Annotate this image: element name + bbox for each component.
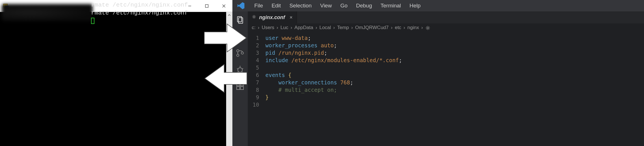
crumb[interactable]: c: xyxy=(252,25,255,31)
crumb[interactable]: etc xyxy=(395,25,401,31)
crumb[interactable]: Local xyxy=(319,25,331,31)
line-number: 10 xyxy=(248,101,259,108)
line-number: 2 xyxy=(248,42,259,49)
arrow-left-icon xyxy=(204,63,247,94)
tab-nginx-conf[interactable]: nginx.conf × xyxy=(248,11,297,23)
line-number: 1 xyxy=(248,34,259,42)
crumb[interactable]: Temp xyxy=(337,25,349,31)
chevron-right-icon: › xyxy=(350,25,355,31)
maximize-button[interactable] xyxy=(198,0,215,12)
line-number: 6 xyxy=(248,71,259,79)
line-number: 5 xyxy=(248,64,259,71)
tab-close-icon[interactable]: × xyxy=(288,15,293,21)
chevron-right-icon: › xyxy=(402,25,407,31)
gear-icon xyxy=(252,15,256,21)
editor-area: nginx.conf × c:› Users› Luc› AppData› Lo… xyxy=(248,11,644,146)
crumb[interactable]: nginx xyxy=(407,25,419,31)
svg-rect-6 xyxy=(238,17,242,22)
vscode-logo-icon xyxy=(237,2,245,10)
scroll-up-icon[interactable] xyxy=(226,12,232,18)
menubar: File Edit Selection View Go Debug Termin… xyxy=(232,0,644,11)
chevron-right-icon: › xyxy=(389,25,394,31)
line-number: 9 xyxy=(248,94,259,101)
code-editor[interactable]: 1 2 3 4 5 6 7 8 9 10 user www-data; work… xyxy=(248,32,644,146)
close-button[interactable] xyxy=(215,0,232,12)
terminal-body[interactable]: rmate /etc/nginx/nginx.conf rmate /etc/n… xyxy=(0,12,232,146)
terminal-cursor xyxy=(91,18,94,24)
line-number: 8 xyxy=(248,86,259,94)
svg-rect-3 xyxy=(205,5,208,7)
menu-help[interactable]: Help xyxy=(405,0,425,11)
tab-filename: nginx.conf xyxy=(259,15,285,21)
chevron-right-icon: › xyxy=(289,25,294,31)
menu-go[interactable]: Go xyxy=(336,0,352,11)
code-content[interactable]: user www-data; worker_processes auto; pi… xyxy=(263,32,644,146)
crumb[interactable]: Users xyxy=(262,25,274,31)
arrow-right-icon xyxy=(204,22,247,54)
svg-point-24 xyxy=(427,27,428,29)
tab-bar: nginx.conf × xyxy=(248,11,644,23)
menu-edit[interactable]: Edit xyxy=(267,0,285,11)
line-number: 3 xyxy=(248,49,259,56)
vscode-window: File Edit Selection View Go Debug Termin… xyxy=(232,0,644,146)
crumb[interactable]: OmJQRWCud7 xyxy=(355,25,389,31)
menu-terminal[interactable]: Terminal xyxy=(376,0,405,11)
line-number-gutter: 1 2 3 4 5 6 7 8 9 10 xyxy=(248,32,263,146)
chevron-right-icon: › xyxy=(314,25,319,31)
terminal-window: rmate /etc/nginx/nginx.conf rmate /etc/n… xyxy=(0,0,232,146)
tabbar-fill xyxy=(297,11,644,23)
svg-point-11 xyxy=(237,54,239,56)
terminal-line: rmate /etc/nginx/nginx.conf xyxy=(91,9,188,17)
menu-view[interactable]: View xyxy=(316,0,336,11)
blurred-region xyxy=(2,4,93,21)
chevron-right-icon: › xyxy=(256,25,261,31)
line-number: 4 xyxy=(248,56,259,64)
crumb[interactable]: AppData xyxy=(294,25,313,31)
crumb[interactable]: Luc xyxy=(280,25,288,31)
menu-debug[interactable]: Debug xyxy=(352,0,376,11)
chevron-right-icon: › xyxy=(275,25,280,31)
gear-icon xyxy=(425,25,430,31)
chevron-right-icon: › xyxy=(332,25,337,31)
menu-selection[interactable]: Selection xyxy=(285,0,316,11)
breadcrumb[interactable]: c:› Users› Luc› AppData› Local› Temp› Om… xyxy=(248,23,644,32)
chevron-right-icon: › xyxy=(420,25,425,31)
menu-file[interactable]: File xyxy=(250,0,267,11)
line-number: 7 xyxy=(248,79,259,86)
svg-point-23 xyxy=(253,16,255,17)
terminal-line: rmate /etc/nginx/nginx.conf xyxy=(91,1,188,9)
